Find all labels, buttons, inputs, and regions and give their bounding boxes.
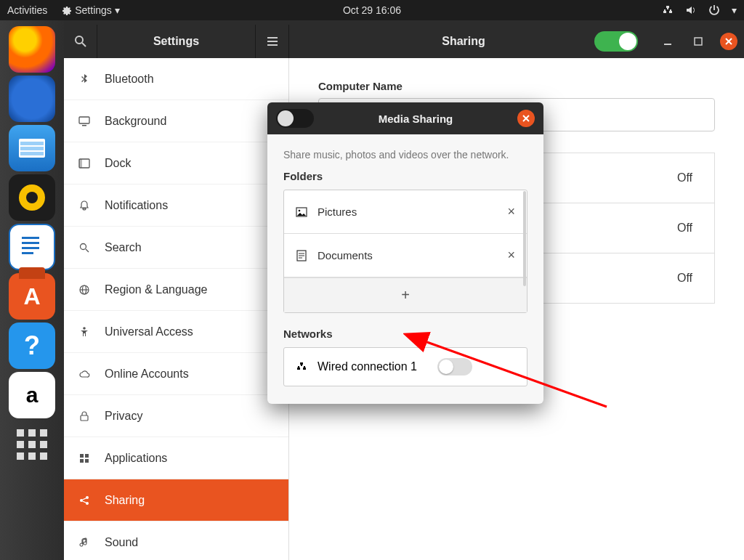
sidebar-item-universal[interactable]: Universal Access <box>64 311 288 353</box>
settings-title: Settings <box>97 25 255 58</box>
svg-rect-16 <box>695 38 702 45</box>
gear-icon <box>60 4 72 16</box>
sidebar-item-label: Privacy <box>105 410 142 423</box>
svg-rect-29 <box>81 415 88 421</box>
system-tray[interactable]: ▾ <box>662 4 737 16</box>
sidebar-item-dock[interactable]: Dock <box>64 142 288 184</box>
media-sharing-toggle[interactable] <box>276 109 314 128</box>
app-menu-label: Settings <box>75 4 112 16</box>
display-icon <box>78 115 90 127</box>
accessibility-icon <box>78 326 90 338</box>
app-menu[interactable]: Settings ▾ <box>60 4 120 16</box>
dialog-close-button[interactable] <box>517 110 535 127</box>
folder-row-documents[interactable]: Documents × <box>284 234 527 277</box>
sidebar-item-background[interactable]: Background <box>64 100 288 142</box>
sidebar-item-label: Background <box>105 115 166 128</box>
hamburger-button[interactable] <box>255 25 288 58</box>
sidebar-item-applications[interactable]: Applications <box>64 437 288 479</box>
document-icon <box>296 250 307 261</box>
activities-button[interactable]: Activities <box>7 4 47 16</box>
sidebar-item-privacy[interactable]: Privacy <box>64 395 288 437</box>
network-toggle[interactable] <box>437 358 472 376</box>
gnome-top-panel: Activities Settings ▾ Oct 29 16:06 ▾ <box>0 0 744 20</box>
sidebar-item-label: Notifications <box>105 199 168 212</box>
folder-name: Pictures <box>318 206 357 218</box>
sidebar-item-bluetooth[interactable]: Bluetooth <box>64 58 288 100</box>
sidebar-item-label: Region & Language <box>105 283 207 296</box>
svg-rect-15 <box>664 44 671 45</box>
sidebar-item-sharing[interactable]: Sharing <box>64 479 288 522</box>
sidebar-item-search[interactable]: Search <box>64 227 288 269</box>
clock[interactable]: Oct 29 16:06 <box>343 4 401 16</box>
dock-amazon[interactable]: a <box>9 372 55 418</box>
sidebar-item-label: Applications <box>105 452 167 465</box>
bell-icon <box>78 200 90 211</box>
network-wired-icon <box>296 361 307 373</box>
sidebar-item-online[interactable]: Online Accounts <box>64 353 288 395</box>
svg-rect-31 <box>85 454 89 458</box>
svg-rect-13 <box>267 41 278 42</box>
sidebar-item-label: Dock <box>105 157 131 170</box>
volume-icon <box>685 4 697 16</box>
lock-icon <box>78 410 90 422</box>
dock-firefox[interactable] <box>9 26 55 73</box>
minimize-button[interactable] <box>652 25 683 58</box>
apps-grid-icon <box>78 453 90 464</box>
svg-rect-1 <box>20 142 44 145</box>
row-value: Off <box>677 222 692 235</box>
search-button[interactable] <box>64 25 97 58</box>
remove-folder-button[interactable]: × <box>507 204 515 219</box>
minimize-icon <box>663 36 673 46</box>
globe-icon <box>78 284 90 296</box>
dock-ubuntu-software[interactable]: A <box>9 273 55 320</box>
sidebar-item-label: Online Accounts <box>105 368 189 381</box>
sidebar-item-label: Sharing <box>105 494 145 507</box>
svg-rect-12 <box>267 37 278 38</box>
svg-point-28 <box>83 327 86 330</box>
maximize-button[interactable] <box>683 25 713 58</box>
dock-rhythmbox[interactable] <box>9 174 55 221</box>
bluetooth-icon <box>78 73 90 85</box>
remove-folder-button[interactable]: × <box>507 248 515 263</box>
sidebar-item-sound[interactable]: Sound <box>64 522 288 560</box>
close-button[interactable] <box>713 25 744 58</box>
svg-rect-2 <box>20 147 44 150</box>
network-row: Wired connection 1 <box>283 347 527 386</box>
svg-rect-9 <box>22 252 33 254</box>
svg-rect-19 <box>79 117 89 123</box>
dock-libreoffice-writer[interactable] <box>9 224 55 270</box>
folders-heading: Folders <box>283 170 527 182</box>
svg-rect-6 <box>22 237 39 239</box>
svg-point-23 <box>81 243 86 249</box>
close-icon <box>724 37 733 46</box>
sidebar-item-notifications[interactable]: Notifications <box>64 184 288 227</box>
plus-icon: + <box>401 287 410 304</box>
folders-list: Pictures × Documents × + <box>283 190 527 313</box>
add-folder-button[interactable]: + <box>284 277 527 312</box>
search-icon <box>78 242 90 253</box>
dialog-description: Share music, photos and videos over the … <box>283 147 527 163</box>
dock-show-apps[interactable] <box>9 421 55 468</box>
dock-thunderbird[interactable] <box>9 76 55 122</box>
sidebar-item-label: Universal Access <box>105 325 193 338</box>
sidebar-item-region[interactable]: Region & Language <box>64 269 288 311</box>
dock-icon <box>78 158 90 169</box>
svg-rect-33 <box>85 459 89 463</box>
sidebar-item-label: Bluetooth <box>105 73 154 86</box>
search-icon <box>73 34 88 49</box>
svg-rect-30 <box>80 454 84 458</box>
cloud-icon <box>78 368 90 380</box>
folder-row-pictures[interactable]: Pictures × <box>284 190 527 234</box>
folder-name: Documents <box>318 249 373 261</box>
close-icon <box>522 114 530 123</box>
settings-sidebar: Bluetooth Background Dock Notifications … <box>64 58 289 560</box>
sidebar-item-label: Search <box>105 241 142 254</box>
svg-line-38 <box>83 501 86 503</box>
svg-rect-3 <box>20 152 44 155</box>
svg-point-42 <box>299 209 301 211</box>
settings-headerbar: Settings Sharing <box>64 25 744 58</box>
sharing-master-toggle[interactable] <box>594 31 638 52</box>
dock-help[interactable]: ? <box>9 322 55 369</box>
dock-files[interactable] <box>9 125 55 171</box>
svg-line-37 <box>83 498 86 499</box>
